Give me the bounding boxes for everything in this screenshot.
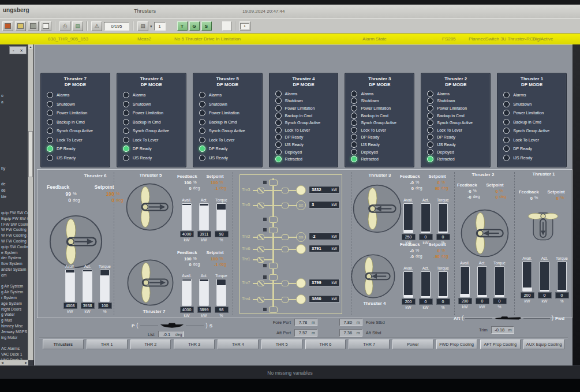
gauge-bar-fill <box>421 232 430 233</box>
bus-tie-breaker-icon[interactable] <box>269 307 278 313</box>
breaker-icon[interactable] <box>257 234 264 240</box>
single-page-key-button[interactable]: 1 <box>240 21 250 31</box>
gauge-bar <box>438 271 448 298</box>
history-button[interactable] <box>28 21 39 31</box>
scroll-left-icon[interactable]: ◀ <box>0 360 5 365</box>
nav-button-power[interactable]: Power <box>392 339 433 349</box>
sidebar-item-fragment[interactable]: hy <box>1 166 28 171</box>
key-s-button[interactable]: S <box>201 21 212 31</box>
bus-tie-breaker-icon[interactable] <box>269 227 278 233</box>
blank-key-button[interactable] <box>222 21 231 31</box>
nav-button-thr-4[interactable]: THR 4 <box>218 339 259 349</box>
nav-button-thr-1[interactable]: THR 1 <box>87 339 128 349</box>
blank-view-button[interactable] <box>40 21 51 31</box>
breaker-icon[interactable] <box>257 257 264 263</box>
nav-button-aux-equip-cooling[interactable]: AUX Equip Cooling <box>523 339 564 349</box>
sidebar-item[interactable]: g Air System <box>1 290 28 295</box>
scroll-up-icon[interactable]: ▲ <box>28 44 33 50</box>
sidebar-item[interactable]: rtight Doors <box>1 307 28 312</box>
bus-tie-breaker-icon[interactable] <box>269 263 278 269</box>
sidebar-item[interactable]: himney Misc <box>1 324 28 329</box>
status-label: Deployed <box>437 150 454 154</box>
sidebar-item-fragment[interactable]: a <box>1 100 28 105</box>
gauge-unit: % <box>441 305 444 309</box>
trim-label: Trim <box>479 327 488 333</box>
breaker-icon[interactable] <box>282 247 289 252</box>
status-label: Synch Group Active <box>133 128 169 133</box>
key-g-button[interactable]: G <box>189 21 200 31</box>
nav-button-fwd-prop-cooling[interactable]: FWD Prop Cooling <box>436 339 477 349</box>
print-button[interactable]: ⎙ <box>59 21 70 31</box>
nav-button-thr-3[interactable]: THR 3 <box>174 339 215 349</box>
sidebar-item[interactable]: AC Alarms <box>1 346 28 352</box>
breaker-icon[interactable] <box>282 281 289 286</box>
sidebar-item[interactable]: em <box>1 273 28 278</box>
sidebar-item[interactable]: W FW Cooling 1 <box>1 227 28 233</box>
breaker-icon[interactable] <box>257 188 264 193</box>
breaker-icon[interactable] <box>257 297 264 303</box>
sidebar-horizontal-scrollbar[interactable]: ◀ ▶ <box>0 360 28 365</box>
sidebar-item[interactable]: age System <box>1 301 28 307</box>
nav-button-aft-prop-cooling[interactable]: AFT Prop Cooling <box>480 339 521 349</box>
sidebar-item-fragment[interactable]: ble <box>1 195 28 200</box>
nav-button-thr-2[interactable]: THR 2 <box>130 339 171 349</box>
dp-status-item: Backup in Cmd <box>47 119 107 125</box>
alarm-list-button[interactable]: ⚠ <box>91 21 102 31</box>
status-label: Backup in Cmd <box>285 114 312 118</box>
breaker-icon[interactable] <box>257 203 264 208</box>
nav-button-thrusters[interactable]: Thrusters <box>43 339 84 349</box>
sidebar-item[interactable]: flow System <box>1 262 28 267</box>
sidebar-item[interactable]: der System <box>1 256 28 261</box>
sidebar-item[interactable]: ansfer System <box>1 267 28 272</box>
scroll-right-icon[interactable]: ▶ <box>24 360 28 365</box>
sidebar-item[interactable]: W FW Cooling 2 <box>1 233 28 238</box>
sidebar-item-fragment[interactable]: de <box>1 182 28 187</box>
sidebar-item[interactable]: g Mud <box>1 318 28 323</box>
unit: m <box>357 331 360 335</box>
bus-tie-breaker-icon[interactable] <box>269 216 278 223</box>
sidebar-item-fragment[interactable]: de <box>1 188 28 193</box>
nav-button-thr-7[interactable]: THR 7 <box>349 339 390 349</box>
sidebar-item[interactable]: ing Motor <box>1 335 28 341</box>
dp-panel-thruster-6: Thruster 6DP MODEAlarmsShutdownPower Lim… <box>117 73 186 167</box>
breaker-icon[interactable] <box>282 203 289 208</box>
scrollbar-thumb[interactable] <box>28 131 33 177</box>
bus-tag-icon <box>263 275 267 279</box>
sidebar[interactable]: ▫ ✕ oahydedeblequip FW SW CooEquip FW SW… <box>0 44 34 365</box>
sidebar-item[interactable]: t FW SW Cooling <box>1 222 28 227</box>
breaker-icon[interactable] <box>282 234 289 240</box>
status-label: Alarms <box>513 92 526 98</box>
sidebar-item[interactable]: VAC Deck 1 <box>1 352 28 357</box>
sidebar-item[interactable]: Equip FW SW Co <box>1 216 28 222</box>
sidebar-item[interactable]: quip FW SW Coo <box>1 211 28 216</box>
export-button[interactable]: ▤ <box>72 21 83 31</box>
status-led-deployed <box>427 149 433 155</box>
breaker-icon[interactable] <box>282 297 289 303</box>
breaker-icon[interactable] <box>282 188 289 193</box>
bus-tie-breaker-icon[interactable] <box>269 274 278 281</box>
bus-tie-breaker-icon[interactable] <box>269 180 278 186</box>
nav-button-thr-6[interactable]: THR 6 <box>305 339 346 349</box>
event-list-button[interactable] <box>15 21 26 31</box>
sidebar-item-fragment[interactable]: o <box>1 94 28 99</box>
sidebar-vertical-scrollbar[interactable]: ▲ <box>28 44 33 360</box>
key-t-button[interactable]: T <box>177 21 188 31</box>
sidebar-item[interactable]: quip SW Cooling <box>1 245 28 250</box>
breaker-icon[interactable] <box>257 281 264 286</box>
page-selector-button[interactable]: ▤ <box>137 21 148 31</box>
breaker-icon[interactable] <box>257 247 264 252</box>
nav-button-thr-5[interactable]: THR 5 <box>261 339 302 349</box>
sidebar-item[interactable]: r System <box>1 296 28 301</box>
sidebar-item[interactable]: Jenway MGPS <box>1 330 28 335</box>
sidebar-item[interactable]: e System <box>1 251 28 256</box>
fore-stbd-label: Fore Stbd <box>366 320 385 325</box>
unit: m <box>312 320 315 324</box>
gauge-avail-: Avail.4000kW <box>179 198 194 242</box>
sidebar-item[interactable]: g Water <box>1 312 28 318</box>
sidebar-item[interactable]: g Air System <box>1 284 28 289</box>
alarm-ack-button[interactable] <box>2 21 13 31</box>
sidebar-item[interactable]: W FW Cooling 3 <box>1 239 28 244</box>
dp-status-item: Lock To Lever <box>123 137 184 143</box>
chevron-down-icon[interactable]: ▾ <box>150 24 152 28</box>
alarm-banner[interactable]: 838_THR_905_153 Meas2 No 5 Thruster Driv… <box>0 33 580 45</box>
